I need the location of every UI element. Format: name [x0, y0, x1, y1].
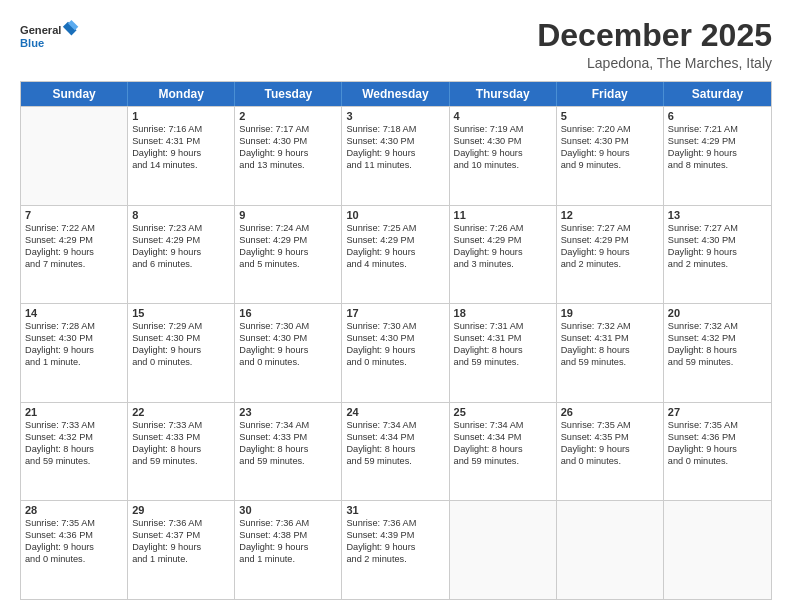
day-number: 13 [668, 209, 767, 221]
cell-info-line: Sunset: 4:34 PM [346, 432, 444, 444]
cell-info-line: Daylight: 9 hours [239, 247, 337, 259]
cell-info-line: Sunset: 4:30 PM [346, 333, 444, 345]
title-block: December 2025 Lapedona, The Marches, Ita… [537, 18, 772, 71]
cell-info-line: Sunset: 4:30 PM [239, 333, 337, 345]
calendar-header-day: Saturday [664, 82, 771, 106]
calendar-cell: 27Sunrise: 7:35 AMSunset: 4:36 PMDayligh… [664, 403, 771, 501]
calendar-header-day: Tuesday [235, 82, 342, 106]
logo: General Blue [20, 18, 80, 58]
calendar-header-day: Thursday [450, 82, 557, 106]
day-number: 14 [25, 307, 123, 319]
calendar-header-day: Monday [128, 82, 235, 106]
cell-info-line: and 6 minutes. [132, 259, 230, 271]
cell-info-line: Daylight: 9 hours [561, 444, 659, 456]
cell-info-line: and 2 minutes. [668, 259, 767, 271]
cell-info-line: Sunrise: 7:32 AM [561, 321, 659, 333]
cell-info-line: and 5 minutes. [239, 259, 337, 271]
cell-info-line: Sunrise: 7:17 AM [239, 124, 337, 136]
cell-info-line: Daylight: 8 hours [132, 444, 230, 456]
calendar-cell: 13Sunrise: 7:27 AMSunset: 4:30 PMDayligh… [664, 206, 771, 304]
cell-info-line: Daylight: 8 hours [454, 444, 552, 456]
cell-info-line: Sunset: 4:29 PM [239, 235, 337, 247]
cell-info-line: Sunrise: 7:36 AM [132, 518, 230, 530]
cell-info-line: and 59 minutes. [25, 456, 123, 468]
cell-info-line: Sunset: 4:38 PM [239, 530, 337, 542]
cell-info-line: Sunset: 4:29 PM [25, 235, 123, 247]
cell-info-line: Sunset: 4:36 PM [25, 530, 123, 542]
cell-info-line: Sunset: 4:33 PM [239, 432, 337, 444]
svg-text:Blue: Blue [20, 37, 44, 49]
cell-info-line: and 59 minutes. [668, 357, 767, 369]
calendar-week-row: 1Sunrise: 7:16 AMSunset: 4:31 PMDaylight… [21, 106, 771, 205]
calendar-cell: 9Sunrise: 7:24 AMSunset: 4:29 PMDaylight… [235, 206, 342, 304]
cell-info-line: Sunset: 4:29 PM [561, 235, 659, 247]
cell-info-line: Sunrise: 7:35 AM [668, 420, 767, 432]
calendar-cell: 4Sunrise: 7:19 AMSunset: 4:30 PMDaylight… [450, 107, 557, 205]
cell-info-line: Daylight: 9 hours [346, 148, 444, 160]
calendar-cell: 7Sunrise: 7:22 AMSunset: 4:29 PMDaylight… [21, 206, 128, 304]
cell-info-line: Daylight: 9 hours [668, 148, 767, 160]
calendar-header: SundayMondayTuesdayWednesdayThursdayFrid… [21, 82, 771, 106]
day-number: 29 [132, 504, 230, 516]
cell-info-line: Daylight: 9 hours [239, 542, 337, 554]
cell-info-line: and 0 minutes. [346, 357, 444, 369]
calendar-cell: 6Sunrise: 7:21 AMSunset: 4:29 PMDaylight… [664, 107, 771, 205]
calendar-cell: 22Sunrise: 7:33 AMSunset: 4:33 PMDayligh… [128, 403, 235, 501]
day-number: 27 [668, 406, 767, 418]
calendar-body: 1Sunrise: 7:16 AMSunset: 4:31 PMDaylight… [21, 106, 771, 599]
cell-info-line: Daylight: 9 hours [132, 247, 230, 259]
calendar-cell: 15Sunrise: 7:29 AMSunset: 4:30 PMDayligh… [128, 304, 235, 402]
day-number: 30 [239, 504, 337, 516]
day-number: 12 [561, 209, 659, 221]
cell-info-line: Sunset: 4:39 PM [346, 530, 444, 542]
cell-info-line: Sunrise: 7:18 AM [346, 124, 444, 136]
day-number: 26 [561, 406, 659, 418]
cell-info-line: Daylight: 9 hours [25, 247, 123, 259]
day-number: 20 [668, 307, 767, 319]
cell-info-line: Sunset: 4:29 PM [668, 136, 767, 148]
cell-info-line: Sunrise: 7:28 AM [25, 321, 123, 333]
cell-info-line: Sunset: 4:32 PM [668, 333, 767, 345]
cell-info-line: and 9 minutes. [561, 160, 659, 172]
cell-info-line: Daylight: 9 hours [132, 345, 230, 357]
cell-info-line: Sunrise: 7:27 AM [561, 223, 659, 235]
cell-info-line: and 13 minutes. [239, 160, 337, 172]
calendar-cell: 5Sunrise: 7:20 AMSunset: 4:30 PMDaylight… [557, 107, 664, 205]
day-number: 9 [239, 209, 337, 221]
cell-info-line: and 59 minutes. [454, 456, 552, 468]
cell-info-line: Sunrise: 7:23 AM [132, 223, 230, 235]
day-number: 8 [132, 209, 230, 221]
cell-info-line: Sunrise: 7:27 AM [668, 223, 767, 235]
calendar-cell: 16Sunrise: 7:30 AMSunset: 4:30 PMDayligh… [235, 304, 342, 402]
day-number: 22 [132, 406, 230, 418]
cell-info-line: Sunrise: 7:29 AM [132, 321, 230, 333]
cell-info-line: Sunset: 4:32 PM [25, 432, 123, 444]
calendar-cell: 19Sunrise: 7:32 AMSunset: 4:31 PMDayligh… [557, 304, 664, 402]
calendar-cell: 3Sunrise: 7:18 AMSunset: 4:30 PMDaylight… [342, 107, 449, 205]
cell-info-line: Sunset: 4:30 PM [668, 235, 767, 247]
cell-info-line: Sunrise: 7:19 AM [454, 124, 552, 136]
cell-info-line: and 3 minutes. [454, 259, 552, 271]
day-number: 24 [346, 406, 444, 418]
cell-info-line: Sunset: 4:30 PM [25, 333, 123, 345]
cell-info-line: Daylight: 9 hours [668, 444, 767, 456]
calendar-cell: 28Sunrise: 7:35 AMSunset: 4:36 PMDayligh… [21, 501, 128, 599]
cell-info-line: and 14 minutes. [132, 160, 230, 172]
cell-info-line: Sunset: 4:31 PM [561, 333, 659, 345]
calendar-cell [664, 501, 771, 599]
day-number: 18 [454, 307, 552, 319]
calendar-cell: 24Sunrise: 7:34 AMSunset: 4:34 PMDayligh… [342, 403, 449, 501]
cell-info-line: Daylight: 8 hours [668, 345, 767, 357]
cell-info-line: Daylight: 9 hours [25, 345, 123, 357]
cell-info-line: and 59 minutes. [239, 456, 337, 468]
cell-info-line: Sunset: 4:31 PM [454, 333, 552, 345]
cell-info-line: Daylight: 9 hours [346, 247, 444, 259]
cell-info-line: Sunrise: 7:30 AM [346, 321, 444, 333]
cell-info-line: Sunrise: 7:34 AM [239, 420, 337, 432]
cell-info-line: Sunset: 4:33 PM [132, 432, 230, 444]
cell-info-line: and 7 minutes. [25, 259, 123, 271]
cell-info-line: Sunset: 4:30 PM [346, 136, 444, 148]
cell-info-line: and 1 minute. [239, 554, 337, 566]
cell-info-line: Sunrise: 7:32 AM [668, 321, 767, 333]
cell-info-line: Daylight: 9 hours [239, 148, 337, 160]
